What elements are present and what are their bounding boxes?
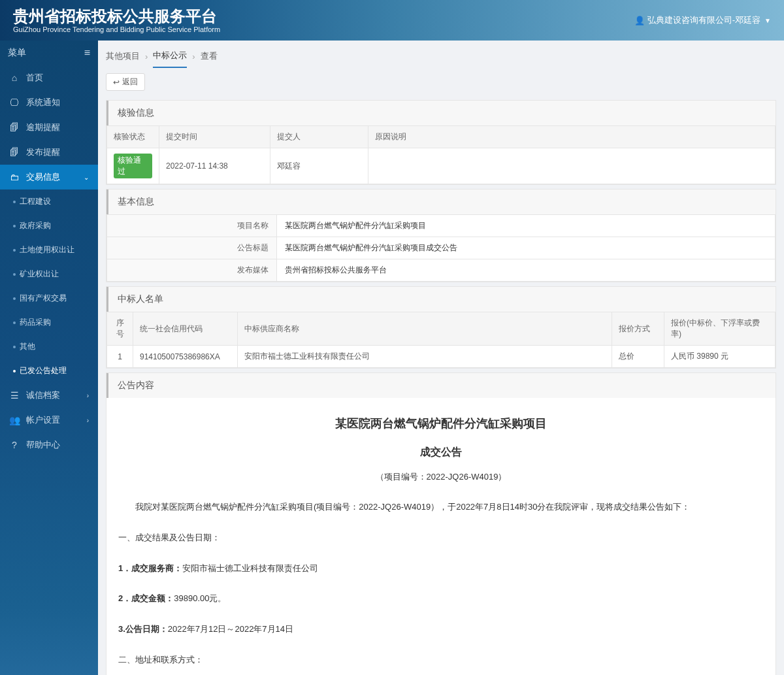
th-price: 报价(中标价、下浮率或费率)	[664, 312, 776, 346]
sidebar-item-label: 药品采购	[20, 317, 51, 328]
notice-project-code: （项目编号：2022-JQ26-W4019）	[118, 469, 764, 486]
th-no: 序号	[107, 312, 133, 346]
sidebar-item-home[interactable]: ⌂首页	[0, 65, 98, 90]
sidebar-subitem-zfcg[interactable]: 政府采购	[0, 214, 98, 238]
sidebar-subitem-gcjs[interactable]: 工程建设	[0, 189, 98, 214]
th-reason: 原因说明	[368, 126, 776, 148]
sidebar-item-label: 帐户设置	[26, 414, 60, 426]
notice-label: 2．成交金额：	[118, 593, 174, 603]
table-header-row: 序号 统一社会信用代码 中标供应商名称 报价方式 报价(中标价、下浮率或费率)	[107, 312, 776, 346]
sidebar-item-label: 首页	[26, 72, 43, 84]
td-status: 核验通过	[107, 148, 159, 184]
sidebar-item-label: 国有产权交易	[20, 293, 67, 304]
notice-line: 3.公告日期：2022年7月12日～2022年7月14日	[118, 621, 764, 638]
td-name: 安阳市福士德工业科技有限责任公司	[238, 346, 612, 368]
table-row: 公告标题 某医院两台燃气锅炉配件分汽缸采购项目成交公告	[107, 237, 776, 259]
sidebar-item-label: 逾期提醒	[26, 122, 60, 133]
chevron-right-icon: ›	[87, 417, 89, 424]
value-media: 贵州省招标投标公共服务平台	[277, 259, 776, 282]
table-row: 项目名称 某医院两台燃气锅炉配件分汽缸采购项目	[107, 215, 776, 237]
sidebar-header: 菜单 ≡	[0, 41, 98, 65]
notice-line: 2．成交金额：39890.00元。	[118, 591, 764, 607]
menu-label: 菜单	[8, 47, 26, 59]
label-project-name: 项目名称	[107, 215, 277, 237]
th-person: 提交人	[270, 126, 368, 148]
table-header-row: 核验状态 提交时间 提交人 原因说明	[107, 126, 776, 148]
td-uscc: 9141050075386986XA	[133, 346, 238, 368]
hamburger-icon[interactable]: ≡	[84, 47, 90, 59]
breadcrumb-item[interactable]: 其他项目	[106, 50, 140, 67]
th-time: 提交时间	[159, 126, 270, 148]
sidebar-item-label: 政府采购	[20, 220, 51, 231]
panel-notice: 公告内容 某医院两台燃气锅炉配件分汽缸采购项目 成交公告 （项目编号：2022-…	[106, 372, 776, 675]
sidebar-subitem-qt[interactable]: 其他	[0, 335, 98, 359]
sidebar-item-label: 矿业权出让	[20, 269, 59, 280]
sidebar-item-publish[interactable]: 🗐发布提醒	[0, 140, 98, 165]
help-icon: ?	[9, 440, 20, 450]
sidebar-item-label: 帮助中心	[26, 439, 60, 451]
breadcrumb-sep: ›	[145, 52, 148, 67]
panel-verify: 核验信息 核验状态 提交时间 提交人 原因说明 核验通过 2022-07-11 …	[106, 100, 776, 185]
notice-line: 1．成交服务商：安阳市福士德工业科技有限责任公司	[118, 561, 764, 577]
breadcrumb-sep: ›	[192, 52, 195, 67]
status-badge-pass: 核验通过	[114, 154, 152, 178]
home-icon: ⌂	[9, 73, 20, 83]
panel-basic: 基本信息 项目名称 某医院两台燃气锅炉配件分汽缸采购项目 公告标题 某医院两台燃…	[106, 189, 776, 282]
sidebar-subitem-tdsyq[interactable]: 土地使用权出让	[0, 238, 98, 262]
back-icon: ↩	[113, 78, 120, 87]
notice-section-2-title: 二、地址和联系方式：	[118, 652, 764, 668]
sidebar-item-label: 交易信息	[26, 171, 60, 183]
sidebar: 菜单 ≡ ⌂首页 🖵系统通知 🗐逾期提醒 🗐发布提醒 🗀交易信息⌄ 工程建设 政…	[0, 41, 98, 675]
sidebar-item-help[interactable]: ?帮助中心	[0, 433, 98, 457]
user-icon: 👥	[9, 415, 20, 425]
basic-table: 项目名称 某医院两台燃气锅炉配件分汽缸采购项目 公告标题 某医院两台燃气锅炉配件…	[106, 214, 776, 282]
sidebar-item-label: 土地使用权出让	[20, 244, 74, 255]
sidebar-item-label: 诚信档案	[26, 389, 60, 401]
notice-intro: 我院对某医院两台燃气锅炉配件分汽缸采购项目(项目编号：2022-JQ26-W40…	[118, 499, 764, 516]
back-button[interactable]: ↩ 返回	[106, 73, 145, 91]
back-label: 返回	[122, 76, 138, 88]
sidebar-item-overdue[interactable]: 🗐逾期提醒	[0, 115, 98, 140]
notice-subheading: 成交公告	[118, 442, 764, 462]
app-header: 贵州省招标投标公共服务平台 GuiZhou Province Tendering…	[0, 0, 784, 41]
panel-winner: 中标人名单 序号 统一社会信用代码 中标供应商名称 报价方式 报价(中标价、下浮…	[106, 286, 776, 369]
notice-label: 1．成交服务商：	[118, 563, 182, 573]
sidebar-item-account[interactable]: 👥帐户设置›	[0, 408, 98, 433]
notice-value: 2022年7月12日～2022年7月14日	[168, 624, 293, 634]
sidebar-subitem-yfgg[interactable]: 已发公告处理	[0, 359, 98, 383]
label-notice-title: 公告标题	[107, 237, 277, 259]
panel-title: 公告内容	[106, 373, 776, 398]
th-name: 中标供应商名称	[238, 312, 612, 346]
panel-title: 核验信息	[106, 101, 776, 125]
sidebar-subitem-ypcg[interactable]: 药品采购	[0, 310, 98, 335]
notice-heading: 某医院两台燃气锅炉配件分汽缸采购项目	[118, 412, 764, 435]
user-name: 弘典建设咨询有限公司-邓廷容	[647, 14, 760, 26]
sidebar-subitem-kyqcr[interactable]: 矿业权出让	[0, 262, 98, 286]
header-brand: 贵州省招标投标公共服务平台 GuiZhou Province Tendering…	[13, 7, 634, 34]
td-reason	[368, 148, 776, 184]
notice-value: 安阳市福士德工业科技有限责任公司	[182, 563, 318, 573]
user-icon: 👤	[634, 16, 645, 25]
sidebar-item-credit[interactable]: ☰诚信档案›	[0, 383, 98, 408]
sidebar-subitem-gycqjy[interactable]: 国有产权交易	[0, 286, 98, 310]
sidebar-item-trade[interactable]: 🗀交易信息⌄	[0, 165, 98, 189]
user-menu[interactable]: 👤 弘典建设咨询有限公司-邓廷容 ▼	[634, 14, 771, 26]
td-price: 人民币 39890 元	[664, 346, 776, 368]
notice-label: 3.公告日期：	[118, 624, 168, 634]
chevron-right-icon: ›	[87, 392, 89, 399]
sidebar-item-label: 发布提醒	[26, 146, 60, 158]
th-status: 核验状态	[107, 126, 159, 148]
td-no: 1	[107, 346, 133, 368]
breadcrumb-item: 查看	[201, 50, 218, 67]
panel-title: 中标人名单	[106, 287, 776, 312]
sidebar-item-sysnotice[interactable]: 🖵系统通知	[0, 90, 98, 115]
notice-section-1-title: 一、成交结果及公告日期：	[118, 530, 764, 546]
winner-table: 序号 统一社会信用代码 中标供应商名称 报价方式 报价(中标价、下浮率或费率) …	[106, 312, 776, 368]
td-person: 邓廷容	[270, 148, 368, 184]
verify-table: 核验状态 提交时间 提交人 原因说明 核验通过 2022-07-11 14:38…	[106, 125, 776, 184]
label-media: 发布媒体	[107, 259, 277, 282]
breadcrumb-item[interactable]: 中标公示	[153, 50, 187, 68]
table-row: 核验通过 2022-07-11 14:38 邓廷容	[107, 148, 776, 184]
value-notice-title: 某医院两台燃气锅炉配件分汽缸采购项目成交公告	[277, 237, 776, 259]
chevron-down-icon: ▼	[764, 17, 771, 24]
